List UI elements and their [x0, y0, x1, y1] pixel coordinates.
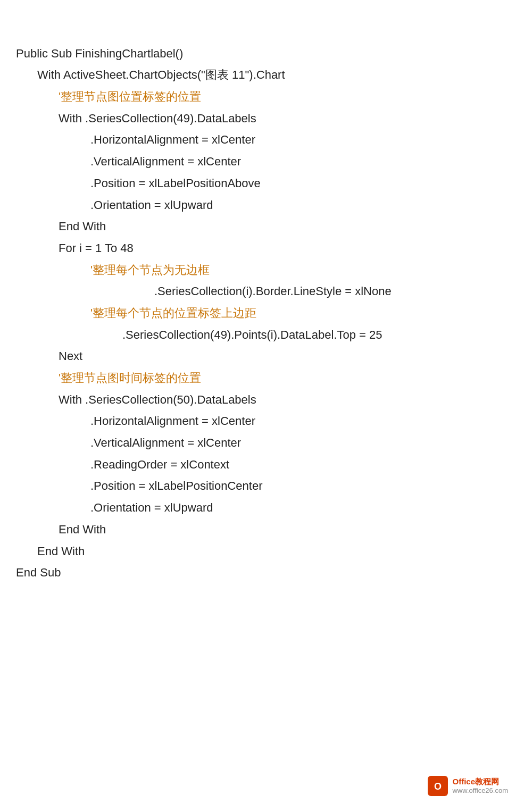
line21: .Position = xlLabelPositionCenter	[16, 475, 508, 497]
line01: Public Sub FinishingChartlabel()	[16, 43, 508, 65]
line19: .VerticalAlignment = xlCenter	[16, 432, 508, 454]
line14: .SeriesCollection(49).Points(i).DataLabe…	[16, 324, 508, 346]
watermark-line1: Office教程网	[452, 777, 508, 786]
watermark-text: Office教程网 www.office26.com	[452, 777, 508, 795]
line23: End With	[16, 519, 508, 541]
watermark: O Office教程网 www.office26.com	[428, 776, 508, 796]
watermark-line2: www.office26.com	[452, 786, 508, 795]
line06: .VerticalAlignment = xlCenter	[16, 151, 508, 173]
line11: '整理每个节点为无边框	[16, 259, 508, 281]
line22: .Orientation = xlUpward	[16, 497, 508, 519]
line17: With .SeriesCollection(50).DataLabels	[16, 389, 508, 411]
line12: .SeriesCollection(i).Border.LineStyle = …	[16, 281, 508, 303]
line13: '整理每个节点的位置标签上边距	[16, 303, 508, 324]
svg-text:O: O	[434, 781, 442, 792]
line08: .Orientation = xlUpward	[16, 195, 508, 216]
line09: End With	[16, 216, 508, 238]
line03: '整理节点图位置标签的位置	[16, 86, 508, 108]
line24: End With	[16, 541, 508, 563]
line20: .ReadingOrder = xlContext	[16, 454, 508, 476]
watermark-icon: O	[428, 776, 448, 796]
line02: With ActiveSheet.ChartObjects("图表 11").C…	[16, 64, 508, 86]
line04: With .SeriesCollection(49).DataLabels	[16, 108, 508, 130]
line05: .HorizontalAlignment = xlCenter	[16, 129, 508, 151]
line16: '整理节点图时间标签的位置	[16, 367, 508, 389]
line25: End Sub	[16, 562, 508, 584]
line10: For i = 1 To 48	[16, 238, 508, 259]
line15: Next	[16, 346, 508, 367]
line07: .Position = xlLabelPositionAbove	[16, 173, 508, 195]
line18: .HorizontalAlignment = xlCenter	[16, 411, 508, 432]
code-block: Public Sub FinishingChartlabel()With Act…	[16, 21, 508, 584]
